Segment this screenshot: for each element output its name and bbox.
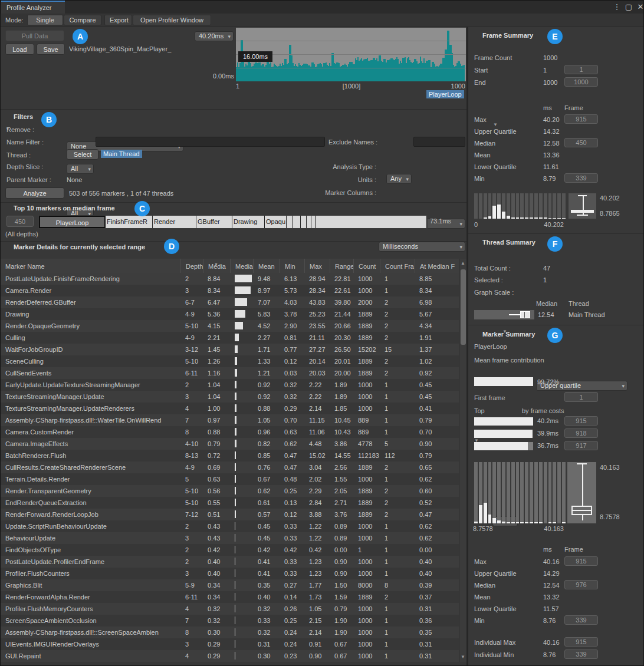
frame-jump-button[interactable]: 339 (564, 615, 598, 625)
marker-table-row[interactable]: WaitForJobGroupID3-121.451.710.7727.2726… (1, 344, 459, 355)
first-frame-button[interactable]: 1 (564, 392, 598, 402)
marker-table-row[interactable]: ScreenSpaceAmbientOcclusion70.320.330.25… (1, 615, 459, 627)
maximize-icon[interactable]: ▢ (623, 2, 634, 12)
frame-jump-button[interactable]: 915 (564, 416, 598, 426)
top10-segment-opaqu[interactable]: Opaqu (265, 216, 287, 228)
marker-table-row[interactable]: UIEvents.IMGUIRenderOverlays30.290.310.2… (1, 638, 459, 650)
frame-jump-button[interactable]: 1000 (564, 77, 598, 87)
column-header-max[interactable]: Max (304, 259, 330, 273)
marker-table-row[interactable]: Profiler.FlushCounters30.400.410.331.230… (1, 568, 459, 579)
frame-jump-button[interactable]: 917 (564, 441, 598, 450)
selected-marker-chip[interactable]: PlayerLoop (426, 90, 464, 98)
column-header-mean[interactable]: Mean (253, 259, 280, 273)
marker-table-row[interactable]: EarlyUpdate.UpdateTextureStreamingManage… (1, 379, 459, 391)
marker-table-row[interactable]: Drawing4-95.365.833.7825.2321.44188925.6… (1, 308, 459, 320)
panel-divider[interactable] (466, 27, 468, 666)
thread-select-button[interactable]: Select (67, 149, 98, 160)
frame-jump-button[interactable]: 339 (564, 649, 598, 659)
frame-jump-button[interactable]: 339 (564, 173, 598, 183)
name-filter-input[interactable] (96, 137, 325, 147)
marker-table-row[interactable]: Camera.CustomRender80.880.960.6311.0610.… (1, 426, 459, 438)
marker-table-row[interactable]: RenderForwardAlpha.Render6-110.340.400.1… (1, 591, 459, 603)
median-bar (235, 428, 236, 436)
top10-segment[interactable] (307, 216, 311, 228)
top10-segment[interactable] (311, 216, 316, 228)
histogram-bar (484, 193, 487, 219)
mode-compare-button[interactable]: Compare (64, 15, 101, 25)
column-header-at-median-f[interactable]: At Median F (415, 259, 459, 273)
marker-table-row[interactable]: TextureStreamingManager.UpdateRenderers4… (1, 403, 459, 414)
mode-single-button[interactable]: Single (27, 15, 63, 25)
marker-table-row[interactable]: BatchRenderer.Flush8-130.720.850.4715.02… (1, 450, 459, 461)
close-icon[interactable]: ✕ (635, 2, 644, 12)
top10-segment-playerloop[interactable]: PlayerLoop (39, 216, 106, 228)
frame-jump-button[interactable]: 976 (564, 580, 598, 589)
column-header-range[interactable]: Range (330, 259, 353, 273)
marker-table-row[interactable]: Camera.ImageEffects4-100.790.820.624.483… (1, 438, 459, 450)
marker-table-row[interactable]: RenderDeferred.GBuffer6-76.477.074.0343.… (1, 296, 459, 308)
frame-jump-button[interactable]: 450 (564, 138, 598, 147)
load-button[interactable]: Load (5, 44, 34, 55)
marker-table-row[interactable]: GUI.Repaint40.290.300.230.900.67100010.3… (1, 650, 459, 662)
top10-frame-button[interactable]: 450 (6, 216, 34, 227)
marker-table-row[interactable]: Culling4-92.212.270.8121.1120.30188921.9… (1, 332, 459, 344)
table-scrollbar-thumb[interactable] (461, 269, 466, 345)
marker-table-row[interactable]: PostLateUpdate.ProfilerEndFrame20.400.41… (1, 556, 459, 568)
frame-jump-button[interactable]: 915 (564, 114, 598, 124)
export-button[interactable]: Export (104, 15, 132, 25)
scroll-down-icon[interactable]: ▼ (459, 654, 466, 661)
top10-segment[interactable] (301, 216, 307, 228)
top10-segment[interactable] (316, 216, 427, 228)
marker-table-row[interactable]: SceneCulling5-101.261.330.1220.1420.0118… (1, 355, 459, 367)
marker-table-row[interactable]: Graphics.Blit5-90.340.350.271.771.508000… (1, 579, 459, 591)
range-selector-dropdown[interactable]: 40.20ms (195, 31, 234, 41)
marker-table-row[interactable]: TextureStreamingManager.Update31.040.920… (1, 391, 459, 403)
frame-jump-button[interactable]: 918 (564, 428, 598, 438)
open-profiler-window-button[interactable]: Open Profiler Window (133, 15, 211, 25)
marker-table-row[interactable]: CullSendEvents6-111.161.210.0320.0320.00… (1, 367, 459, 379)
frame-jump-button[interactable]: 915 (564, 637, 598, 647)
tab-profile-analyzer[interactable]: Profile Analyzer (1, 1, 65, 14)
marker-table-row[interactable]: Render.TransparentGeometry5-100.560.620.… (1, 485, 459, 497)
top10-segment-finishframer[interactable]: FinishFrameR (106, 216, 153, 228)
marker-table-row[interactable]: RenderForward.RenderLoopJob7-120.510.570… (1, 509, 459, 520)
column-header-min[interactable]: Min (280, 259, 304, 273)
marker-table-row[interactable]: Update.ScriptRunBehaviourUpdate20.430.45… (1, 520, 459, 532)
marker-table-row[interactable]: Assembly-CSharp-firstpass.dll!::ScreenSp… (1, 627, 459, 638)
top10-segment-render[interactable]: Render (153, 216, 196, 228)
menu-kebab-icon[interactable]: ⋮ (612, 2, 622, 12)
exclude-scope-dropdown[interactable]: Any (386, 174, 412, 184)
analyze-button[interactable]: Analyze (5, 187, 64, 199)
marker-table-row[interactable]: FindObjectsOfType20.420.420.420.420.0011… (1, 544, 459, 556)
frame-jump-button[interactable]: 915 (564, 556, 598, 566)
marker-table-row[interactable]: Profiler.FlushMemoryCounters40.320.320.2… (1, 603, 459, 615)
name-filter-scope-dropdown[interactable]: All (67, 164, 94, 174)
pull-data-button[interactable]: Pull Data (5, 30, 64, 41)
cell: 0.25 (280, 615, 304, 627)
marker-table-row[interactable]: Terrain.Details.Render50.630.670.482.021… (1, 473, 459, 485)
column-header-media[interactable]: Media▼ (203, 259, 230, 273)
scroll-up-icon[interactable]: ▲ (459, 260, 466, 267)
marker-table-row[interactable]: Assembly-CSharp-firstpass.dll!::WaterTil… (1, 414, 459, 426)
marker-table-row[interactable]: BehaviourUpdate30.430.450.331.220.891000… (1, 532, 459, 544)
frame-jump-button[interactable]: 1 (564, 65, 598, 74)
cell: 0.00 (330, 544, 353, 556)
marker-table-row[interactable]: EndRenderQueueExtraction5-100.550.610.13… (1, 497, 459, 509)
column-header-count-fra[interactable]: Count Fra (380, 259, 415, 273)
column-header-media[interactable]: Media (230, 259, 253, 273)
column-header-marker-name[interactable]: Marker Name (1, 259, 180, 273)
save-button[interactable]: Save (37, 44, 65, 55)
marker-table-row[interactable]: Render.OpaqueGeometry5-104.154.522.9023.… (1, 320, 459, 332)
exclude-names-input[interactable] (413, 137, 465, 147)
top10-segment[interactable] (287, 216, 293, 228)
marker-table-row[interactable]: PostLateUpdate.FinishFrameRendering28.84… (1, 273, 459, 285)
units-dropdown[interactable]: Milliseconds (379, 242, 465, 252)
marker-table-row[interactable]: Camera.Render38.348.975.7328.3422.611000… (1, 285, 459, 296)
marker-table-row[interactable]: CullResults.CreateSharedRendererScene4-9… (1, 461, 459, 473)
top10-segment-gbuffer[interactable]: GBuffer (196, 216, 232, 228)
cell: 1 (380, 273, 415, 285)
top10-segment-drawing[interactable]: Drawing (232, 216, 265, 228)
top10-segment[interactable] (293, 216, 301, 228)
column-header-depth[interactable]: Depth (180, 259, 203, 273)
column-header-count[interactable]: Count (353, 259, 380, 273)
